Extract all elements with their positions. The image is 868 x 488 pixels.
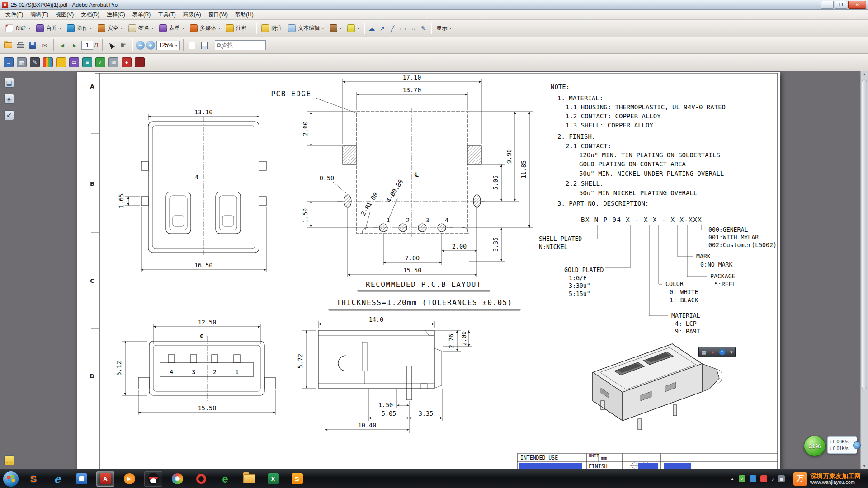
menu-forms[interactable]: 表单(R) bbox=[129, 10, 155, 19]
start-button[interactable] bbox=[3, 471, 19, 487]
tray-message-icon[interactable]: … bbox=[750, 475, 756, 482]
menu-tools[interactable]: 工具(T) bbox=[154, 10, 179, 19]
menu-file[interactable]: 文件(F) bbox=[2, 10, 27, 19]
net-widget-button[interactable]: › bbox=[853, 441, 861, 449]
vertical-scrollbar[interactable]: ▲ ▼ bbox=[860, 71, 868, 469]
form-field-tool-icon[interactable]: ▭ bbox=[69, 57, 79, 67]
menu-advanced[interactable]: 高级(A) bbox=[179, 10, 205, 19]
network-speed-widget[interactable]: ↑0.06K/s ↓0.01K/s › bbox=[827, 436, 857, 454]
arrow-tool-icon[interactable]: ↗ bbox=[377, 23, 387, 33]
taskbar-adobe-reader-icon[interactable]: A bbox=[96, 471, 114, 487]
menu-help[interactable]: 帮助(H) bbox=[231, 10, 257, 19]
stamp-button[interactable]: ▾ bbox=[327, 23, 344, 34]
form-highlight[interactable] bbox=[519, 463, 582, 469]
rectangle-tool-icon[interactable]: ▭ bbox=[398, 23, 408, 33]
menu-window[interactable]: 窗口(W) bbox=[205, 10, 231, 19]
comment-button[interactable]: 注释▾ bbox=[223, 23, 254, 34]
warning-tool-icon[interactable]: ! bbox=[56, 57, 66, 67]
preflight-tool-icon[interactable]: ✓ bbox=[95, 57, 105, 67]
color-bars-tool-icon[interactable] bbox=[43, 57, 53, 67]
fit-width-view-button[interactable] bbox=[199, 40, 210, 51]
comments-panel-icon[interactable]: … bbox=[4, 455, 14, 465]
tray-download-icon[interactable]: ↓ bbox=[760, 475, 767, 482]
text-edits-button[interactable]: 文本编辑▾ bbox=[285, 23, 326, 34]
pdf-page[interactable]: A B C D bbox=[77, 72, 780, 469]
collaborate-button[interactable]: 协作▾ bbox=[64, 23, 94, 34]
oval-tool-icon[interactable]: ○ bbox=[408, 23, 418, 33]
layers-panel-icon[interactable]: ◈ bbox=[4, 94, 14, 104]
find-input[interactable] bbox=[222, 42, 265, 48]
overlay-acrobat-icon[interactable]: ● bbox=[711, 349, 714, 355]
overlay-grid-icon[interactable]: ▦ bbox=[702, 349, 706, 355]
signature-tool-icon[interactable]: ✎ bbox=[30, 57, 40, 67]
form-highlight[interactable] bbox=[664, 463, 691, 469]
menu-document[interactable]: 文档(D) bbox=[77, 10, 103, 19]
email-button[interactable]: ✉ bbox=[39, 40, 50, 51]
page-number-input[interactable] bbox=[81, 41, 93, 50]
mail-tool-icon[interactable]: ✉ bbox=[108, 57, 118, 67]
tray-volume-icon[interactable]: ♪ bbox=[771, 476, 774, 482]
title-bar[interactable]: A 25-027S(BXP04)(1).pdf - Adobe Acrobat … bbox=[0, 0, 868, 10]
zoom-in-button[interactable]: + bbox=[146, 41, 155, 50]
taskbar-360-browser-icon[interactable] bbox=[168, 471, 186, 487]
print-button[interactable] bbox=[15, 40, 26, 51]
save-button[interactable] bbox=[27, 40, 38, 51]
taskbar-media-player-icon[interactable]: ▶ bbox=[120, 471, 138, 487]
redact-tool-icon[interactable] bbox=[135, 57, 145, 67]
maximize-button[interactable]: ❐ bbox=[835, 1, 847, 9]
taskbar-excel-icon[interactable]: X bbox=[264, 471, 282, 487]
tray-safety-icon[interactable]: ✓ bbox=[739, 475, 745, 482]
open-button[interactable] bbox=[3, 40, 14, 51]
overlay-help-icon[interactable]: ? bbox=[719, 349, 725, 355]
previous-page-button[interactable]: ◀ bbox=[57, 40, 68, 51]
menu-comments[interactable]: 注释(C) bbox=[103, 10, 129, 19]
menu-view[interactable]: 视图(V) bbox=[52, 10, 77, 19]
document-area[interactable]: ▤ ◈ ✔ … bbox=[0, 71, 868, 469]
signatures-panel-icon[interactable]: ✔ bbox=[4, 110, 14, 120]
close-button[interactable]: ✕ bbox=[848, 1, 866, 9]
zoom-out-button[interactable]: − bbox=[136, 41, 145, 50]
sign-button[interactable]: 签名▾ bbox=[126, 23, 156, 34]
overlay-caret-icon[interactable]: ▾ bbox=[730, 349, 733, 355]
taskbar-file-explorer-icon[interactable] bbox=[240, 471, 258, 487]
accelerator-ball-widget[interactable]: 31% bbox=[804, 436, 826, 456]
print-production-tool-icon[interactable]: ≡ bbox=[82, 57, 92, 67]
certify-tool-icon[interactable]: ● bbox=[122, 57, 132, 67]
forms-button[interactable]: 表单▾ bbox=[156, 23, 187, 34]
sticky-note-button[interactable]: 附注 bbox=[259, 23, 285, 34]
next-page-button[interactable]: ▶ bbox=[69, 40, 80, 51]
taskbar-red-ring-browser-icon[interactable] bbox=[192, 471, 210, 487]
highlight-button[interactable]: ▾ bbox=[344, 23, 362, 34]
taskbar-sogou-input-icon[interactable]: S bbox=[288, 471, 306, 487]
multimedia-button[interactable]: 多媒体▾ bbox=[187, 23, 223, 34]
tray-printer-icon[interactable]: ▦ bbox=[778, 475, 785, 482]
single-page-view-button[interactable] bbox=[187, 40, 198, 51]
taskbar-qq-icon[interactable] bbox=[144, 471, 162, 487]
find-box[interactable] bbox=[215, 40, 266, 50]
taskbar-ie-icon[interactable]: e bbox=[48, 471, 66, 487]
scroll-up-icon[interactable]: ▲ bbox=[861, 72, 868, 76]
scrollbar-thumb[interactable] bbox=[862, 80, 867, 389]
hand-tool-button[interactable]: ☛ bbox=[118, 40, 129, 51]
form-highlight[interactable] bbox=[638, 463, 658, 469]
menu-edit[interactable]: 编辑(E) bbox=[27, 10, 52, 19]
combine-button[interactable]: 合并▾ bbox=[33, 23, 64, 34]
minimize-button[interactable]: — bbox=[821, 1, 834, 9]
pages-panel-icon[interactable]: ▤ bbox=[4, 78, 14, 88]
select-tool-button[interactable] bbox=[106, 40, 117, 51]
zoom-level-select[interactable]: 125%▾ bbox=[156, 41, 180, 50]
taskbar-sogou-browser-icon[interactable]: S bbox=[24, 471, 42, 487]
taskbar-blue-app-icon[interactable] bbox=[72, 471, 90, 487]
export-tool-icon[interactable]: → bbox=[4, 57, 14, 67]
grid-tool-icon[interactable]: ▦ bbox=[17, 57, 27, 67]
line-tool-icon[interactable]: ╱ bbox=[387, 23, 397, 33]
create-button[interactable]: 创建▾ bbox=[3, 23, 33, 34]
scroll-down-icon[interactable]: ▼ bbox=[861, 464, 868, 468]
tray-expand-icon[interactable]: ▲ bbox=[730, 476, 735, 481]
picture-overlay-toolbar[interactable]: ▦ ● ? ▾ bbox=[698, 347, 736, 357]
secure-button[interactable]: 安全▾ bbox=[95, 23, 125, 34]
taskbar-green-browser-icon[interactable]: e bbox=[216, 471, 234, 487]
pencil-tool-icon[interactable]: ✎ bbox=[419, 23, 429, 33]
cloud-tool-icon[interactable]: ☁ bbox=[367, 23, 377, 33]
show-comments-button[interactable]: 显示▾ bbox=[434, 23, 454, 34]
